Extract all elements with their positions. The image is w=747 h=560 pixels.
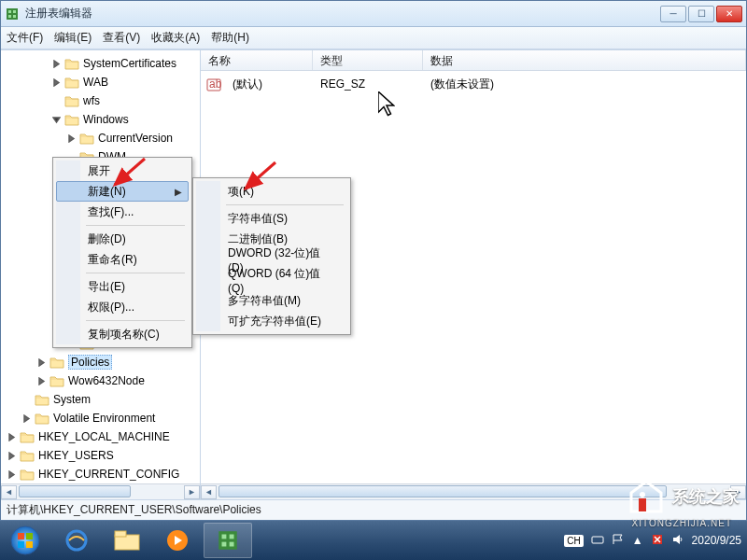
- tree-item[interactable]: HKEY_LOCAL_MACHINE: [3, 427, 200, 446]
- svg-rect-11: [26, 533, 33, 539]
- expand-spacer: [21, 395, 32, 405]
- tree-item[interactable]: HKEY_CURRENT_CONFIG: [3, 465, 200, 483]
- maximize-button[interactable]: ☐: [688, 6, 714, 22]
- watermark-text: 系统之家: [672, 485, 740, 508]
- expand-icon[interactable]: [21, 413, 32, 424]
- expand-spacer: [51, 96, 62, 106]
- tree-item[interactable]: Volatile Environment: [3, 409, 200, 427]
- red-arrow-icon: [107, 157, 149, 197]
- folder-icon: [20, 430, 35, 443]
- taskbar-ie-icon[interactable]: [52, 523, 101, 558]
- col-name[interactable]: 名称: [201, 50, 313, 70]
- tree-item[interactable]: SystemCertificates: [3, 54, 200, 73]
- folder-icon: [49, 356, 64, 369]
- scroll-right-icon[interactable]: ►: [184, 485, 200, 499]
- collapse-icon[interactable]: [51, 115, 62, 125]
- svg-rect-10: [18, 533, 24, 539]
- value-name: (默认): [225, 77, 313, 92]
- subctx-string[interactable]: 字符串值(S): [196, 208, 347, 229]
- reg-sz-icon: [206, 77, 221, 91]
- ctx-delete[interactable]: 删除(D): [56, 229, 189, 249]
- tree-item[interactable]: Wow6432Node: [3, 371, 200, 390]
- svg-rect-13: [26, 541, 33, 548]
- ctx-copy-key-name[interactable]: 复制项名称(C): [56, 324, 189, 344]
- folder-icon: [64, 57, 79, 70]
- close-button[interactable]: ✕: [716, 6, 742, 22]
- svg-rect-12: [18, 541, 24, 548]
- scroll-left-icon[interactable]: ◄: [1, 485, 17, 499]
- tree-item[interactable]: Policies: [3, 353, 200, 371]
- tree-item-label: CurrentVersion: [98, 132, 173, 145]
- ime-indicator[interactable]: CH: [564, 535, 583, 547]
- expand-icon[interactable]: [51, 77, 62, 88]
- subctx-qword[interactable]: QWORD (64 位)值(Q): [196, 270, 347, 290]
- list-header[interactable]: 名称 类型 数据: [201, 50, 746, 71]
- cursor-icon: [378, 91, 395, 112]
- tree-item[interactable]: wfs: [3, 91, 200, 110]
- tree-item-label: HKEY_CURRENT_CONFIG: [38, 468, 179, 481]
- tree-item[interactable]: WAB: [3, 73, 200, 91]
- expand-icon[interactable]: [7, 451, 17, 461]
- menu-help[interactable]: 帮助(H): [211, 30, 249, 46]
- scroll-left-icon[interactable]: ◄: [201, 485, 217, 499]
- menubar: 文件(F) 编辑(E) 查看(V) 收藏夹(A) 帮助(H): [1, 27, 746, 49]
- tray-date[interactable]: 2020/9/25: [692, 534, 741, 547]
- col-data[interactable]: 数据: [423, 50, 746, 70]
- svg-point-9: [11, 526, 39, 554]
- tree-item-label: WAB: [83, 76, 108, 89]
- tree-item[interactable]: HKEY_USERS: [3, 446, 200, 465]
- tray-flag-icon[interactable]: [612, 533, 625, 549]
- tree-item[interactable]: CurrentVersion: [3, 129, 200, 147]
- new-submenu[interactable]: 项(K) 字符串值(S) 二进制值(B) DWORD (32-位)值(D) QW…: [192, 177, 351, 335]
- menu-favorites[interactable]: 收藏夹(A): [151, 30, 200, 46]
- watermark: 系统之家 XITONGZHIJIA.NET: [626, 476, 740, 517]
- list-row[interactable]: (默认) REG_SZ (数值未设置): [201, 75, 746, 93]
- ctx-export[interactable]: 导出(E): [56, 276, 189, 297]
- tree-item-label: Policies: [68, 355, 112, 370]
- folder-icon: [20, 468, 35, 481]
- menu-file[interactable]: 文件(F): [7, 30, 43, 46]
- expand-icon[interactable]: [36, 376, 47, 386]
- tree-item-label: Volatile Environment: [53, 412, 155, 425]
- tree-item[interactable]: Windows: [3, 110, 200, 129]
- ctx-find[interactable]: 查找(F)...: [56, 202, 189, 222]
- tray-volume-icon[interactable]: [671, 533, 684, 549]
- value-data: (数值未设置): [423, 77, 501, 92]
- red-arrow-icon: [238, 161, 280, 201]
- tray-x-icon[interactable]: [651, 533, 664, 549]
- expand-icon[interactable]: [36, 357, 47, 368]
- subctx-multi[interactable]: 多字符串值(M): [196, 290, 347, 311]
- system-tray[interactable]: CH ▲ 2020/9/25: [564, 533, 747, 549]
- tray-keyboard-icon[interactable]: [591, 533, 604, 549]
- folder-icon: [35, 412, 49, 425]
- subctx-expand[interactable]: 可扩充字符串值(E): [196, 311, 347, 331]
- titlebar[interactable]: 注册表编辑器 ─ ☐ ✕: [1, 1, 746, 27]
- tree-item[interactable]: System: [3, 390, 200, 409]
- expand-icon[interactable]: [66, 133, 77, 144]
- expand-icon[interactable]: [7, 469, 17, 480]
- ctx-permissions[interactable]: 权限(P)...: [56, 297, 189, 317]
- tree-item-label: Windows: [83, 113, 129, 126]
- expand-icon[interactable]: [7, 432, 17, 442]
- tree-hscroll[interactable]: ◄ ►: [1, 483, 200, 499]
- menu-view[interactable]: 查看(V): [103, 30, 140, 46]
- status-path: 计算机\HKEY_CURRENT_USER\Software\Policies: [7, 502, 261, 518]
- tree-item-label: Wow6432Node: [68, 374, 145, 387]
- taskbar-media-icon[interactable]: [153, 523, 202, 558]
- expand-icon[interactable]: [51, 59, 62, 69]
- tray-up-icon[interactable]: ▲: [632, 534, 643, 547]
- taskbar-regedit-icon[interactable]: [204, 523, 252, 558]
- ctx-rename[interactable]: 重命名(R): [56, 249, 189, 270]
- tree-item-label: System: [53, 393, 91, 406]
- value-type: REG_SZ: [313, 77, 423, 91]
- col-type[interactable]: 类型: [313, 50, 423, 70]
- start-button[interactable]: [0, 521, 50, 560]
- menu-edit[interactable]: 编辑(E): [54, 30, 92, 46]
- folder-icon: [49, 374, 64, 387]
- svg-rect-7: [639, 498, 646, 511]
- minimize-button[interactable]: ─: [660, 6, 686, 22]
- tree-item-label: SystemCertificates: [83, 57, 176, 70]
- tree-item-label: HKEY_LOCAL_MACHINE: [38, 430, 170, 443]
- taskbar-explorer-icon[interactable]: [103, 523, 151, 558]
- folder-icon: [79, 132, 94, 145]
